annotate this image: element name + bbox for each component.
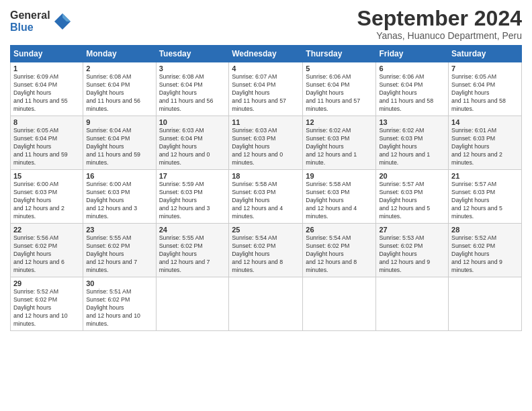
day-number: 12 [306,118,373,126]
calendar-cell: 10 Sunrise: 6:03 AM Sunset: 6:04 PM Dayl… [156,116,229,170]
day-number: 2 [86,64,152,73]
header-sunday: Sunday [11,46,83,62]
calendar-cell: 29 Sunrise: 5:52 AM Sunset: 6:02 PM Dayl… [11,277,83,331]
calendar-cell: 17 Sunrise: 5:59 AM Sunset: 6:03 PM Dayl… [156,170,229,224]
header-saturday: Saturday [449,46,522,62]
day-info: Sunrise: 6:04 AM Sunset: 6:04 PM Dayligh… [86,127,152,167]
calendar-cell: 11 Sunrise: 6:03 AM Sunset: 6:03 PM Dayl… [229,116,303,170]
day-number: 17 [159,172,226,180]
calendar-cell: 22 Sunrise: 5:56 AM Sunset: 6:02 PM Dayl… [11,224,83,277]
day-number: 5 [306,64,373,73]
calendar-cell: 21 Sunrise: 5:57 AM Sunset: 6:03 PM Dayl… [449,170,522,224]
calendar-cell: 8 Sunrise: 6:05 AM Sunset: 6:04 PM Dayli… [11,116,83,170]
calendar-week-5: 29 Sunrise: 5:52 AM Sunset: 6:02 PM Dayl… [11,277,522,331]
calendar-cell: 16 Sunrise: 6:00 AM Sunset: 6:03 PM Dayl… [83,170,156,224]
day-info: Sunrise: 5:57 AM Sunset: 6:03 PM Dayligh… [379,181,445,220]
calendar-cell: 27 Sunrise: 5:53 AM Sunset: 6:02 PM Dayl… [376,224,449,277]
calendar-header-row: Sunday Monday Tuesday Wednesday Thursday… [11,46,522,62]
day-info: Sunrise: 5:55 AM Sunset: 6:02 PM Dayligh… [86,234,152,274]
header-wednesday: Wednesday [229,46,303,62]
day-number: 18 [232,172,300,180]
day-number: 25 [232,226,300,234]
day-info: Sunrise: 6:06 AM Sunset: 6:04 PM Dayligh… [379,73,445,113]
day-number: 14 [451,118,519,126]
page: General Blue September 2024 Yanas, Huanu… [0,0,532,411]
day-number: 22 [13,226,80,234]
calendar-cell: 5 Sunrise: 6:06 AM Sunset: 6:04 PM Dayli… [303,62,376,116]
day-info: Sunrise: 5:57 AM Sunset: 6:03 PM Dayligh… [451,181,519,220]
day-number: 8 [13,118,80,126]
day-info: Sunrise: 5:58 AM Sunset: 6:03 PM Dayligh… [232,181,300,220]
day-number: 13 [379,118,445,126]
day-number: 4 [232,64,300,73]
header-tuesday: Tuesday [156,46,229,62]
day-info: Sunrise: 5:53 AM Sunset: 6:02 PM Dayligh… [379,234,445,274]
logo-general-text: General [10,9,50,21]
day-number: 3 [159,64,226,73]
day-number: 7 [451,64,519,73]
day-info: Sunrise: 6:06 AM Sunset: 6:04 PM Dayligh… [306,73,373,113]
calendar-cell: 1 Sunrise: 6:09 AM Sunset: 6:04 PM Dayli… [11,62,83,116]
day-number: 21 [451,172,519,180]
calendar-cell [156,277,229,331]
day-info: Sunrise: 5:55 AM Sunset: 6:02 PM Dayligh… [159,234,226,274]
calendar-cell: 2 Sunrise: 6:08 AM Sunset: 6:04 PM Dayli… [83,62,156,116]
day-info: Sunrise: 6:03 AM Sunset: 6:03 PM Dayligh… [232,127,300,167]
day-info: Sunrise: 5:54 AM Sunset: 6:02 PM Dayligh… [306,234,373,274]
calendar-cell [376,277,449,331]
calendar-cell: 23 Sunrise: 5:55 AM Sunset: 6:02 PM Dayl… [83,224,156,277]
day-info: Sunrise: 6:07 AM Sunset: 6:04 PM Dayligh… [232,73,300,113]
day-number: 10 [159,118,226,126]
day-info: Sunrise: 5:51 AM Sunset: 6:02 PM Dayligh… [86,288,152,328]
day-info: Sunrise: 6:02 AM Sunset: 6:03 PM Dayligh… [379,127,445,167]
day-number: 15 [13,172,80,180]
logo-blue-text: Blue [10,21,50,34]
calendar-week-3: 15 Sunrise: 6:00 AM Sunset: 6:03 PM Dayl… [11,170,522,224]
day-number: 20 [379,172,445,180]
header-monday: Monday [83,46,156,62]
day-info: Sunrise: 5:52 AM Sunset: 6:02 PM Dayligh… [13,288,80,328]
header: General Blue September 2024 Yanas, Huanu… [10,7,522,41]
calendar-cell: 30 Sunrise: 5:51 AM Sunset: 6:02 PM Dayl… [83,277,156,331]
day-number: 11 [232,118,300,126]
calendar-cell: 3 Sunrise: 6:08 AM Sunset: 6:04 PM Dayli… [156,62,229,116]
day-number: 26 [306,226,373,234]
day-number: 6 [379,64,445,73]
calendar-cell: 20 Sunrise: 5:57 AM Sunset: 6:03 PM Dayl… [376,170,449,224]
day-info: Sunrise: 6:05 AM Sunset: 6:04 PM Dayligh… [451,73,519,113]
day-info: Sunrise: 5:52 AM Sunset: 6:02 PM Dayligh… [451,234,519,274]
logo: General Blue [10,9,72,33]
month-title: September 2024 [357,7,522,30]
day-info: Sunrise: 5:59 AM Sunset: 6:03 PM Dayligh… [159,181,226,220]
header-thursday: Thursday [303,46,376,62]
calendar-cell: 4 Sunrise: 6:07 AM Sunset: 6:04 PM Dayli… [229,62,303,116]
day-number: 28 [451,226,519,234]
day-number: 9 [86,118,152,126]
day-info: Sunrise: 6:08 AM Sunset: 6:04 PM Dayligh… [159,73,226,113]
calendar-week-1: 1 Sunrise: 6:09 AM Sunset: 6:04 PM Dayli… [11,62,522,116]
day-number: 16 [86,172,152,180]
day-number: 23 [86,226,152,234]
day-info: Sunrise: 6:00 AM Sunset: 6:03 PM Dayligh… [86,181,152,220]
day-info: Sunrise: 6:01 AM Sunset: 6:03 PM Dayligh… [451,127,519,167]
calendar-cell: 12 Sunrise: 6:02 AM Sunset: 6:03 PM Dayl… [303,116,376,170]
day-number: 29 [13,279,80,287]
calendar-week-2: 8 Sunrise: 6:05 AM Sunset: 6:04 PM Dayli… [11,116,522,170]
day-number: 24 [159,226,226,234]
day-info: Sunrise: 5:54 AM Sunset: 6:02 PM Dayligh… [232,234,300,274]
calendar-cell: 7 Sunrise: 6:05 AM Sunset: 6:04 PM Dayli… [449,62,522,116]
calendar-cell: 24 Sunrise: 5:55 AM Sunset: 6:02 PM Dayl… [156,224,229,277]
calendar-cell [449,277,522,331]
location: Yanas, Huanuco Department, Peru [357,30,522,41]
day-info: Sunrise: 5:58 AM Sunset: 6:03 PM Dayligh… [306,181,373,220]
calendar-week-4: 22 Sunrise: 5:56 AM Sunset: 6:02 PM Dayl… [11,224,522,277]
logo-icon [53,12,72,31]
day-info: Sunrise: 6:02 AM Sunset: 6:03 PM Dayligh… [306,127,373,167]
calendar-cell: 15 Sunrise: 6:00 AM Sunset: 6:03 PM Dayl… [11,170,83,224]
day-number: 1 [13,64,80,73]
day-number: 27 [379,226,445,234]
calendar-cell: 6 Sunrise: 6:06 AM Sunset: 6:04 PM Dayli… [376,62,449,116]
day-info: Sunrise: 6:09 AM Sunset: 6:04 PM Dayligh… [13,73,80,113]
calendar-cell [229,277,303,331]
day-info: Sunrise: 6:08 AM Sunset: 6:04 PM Dayligh… [86,73,152,113]
